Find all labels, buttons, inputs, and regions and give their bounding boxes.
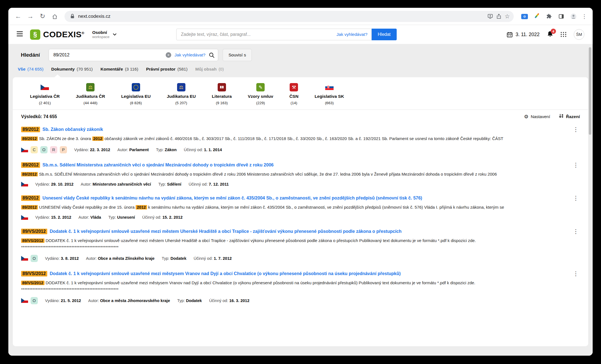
czech-flag-icon: [21, 182, 28, 186]
result-title-link[interactable]: Usnesení vlády České republiky k senátní…: [43, 196, 422, 201]
author-field: Autor: Parlament: [117, 148, 149, 152]
app-header: § CODEXIS® Osobní workspace Jak vyhledáv…: [8, 25, 593, 44]
back-icon[interactable]: ←: [14, 13, 22, 20]
kebab-menu-icon[interactable]: ⋮: [572, 126, 580, 133]
sort-button[interactable]: Řazení: [558, 113, 580, 120]
published-field: Vydáno: 3. 8. 2012: [45, 256, 79, 261]
home-icon[interactable]: [51, 13, 59, 20]
czech-flag-icon: [41, 83, 49, 92]
result-title-row: 89/2012 Usnesení vlády České republiky k…: [21, 195, 580, 201]
address-bar[interactable]: next.codexis.cz ☆: [64, 11, 514, 22]
category-csn[interactable]: ⚒ ČSN (14): [289, 83, 299, 105]
workspace-selector[interactable]: Osobní workspace: [92, 30, 116, 39]
hamburger-menu-icon[interactable]: [17, 31, 23, 38]
vertical-scrollbar[interactable]: [589, 47, 591, 135]
result-title-link[interactable]: Sb.m.s. Sdělení Ministerstva zahraničníc…: [43, 163, 274, 168]
browser-menu-icon[interactable]: ⋮: [582, 13, 587, 20]
snippet-text: Sb.m.s. SDĚLENÍ Ministerstva zahraničníc…: [38, 172, 497, 176]
current-date: 3. 11. 2022: [516, 32, 540, 38]
header-search-box[interactable]: Jak vyhledávat?: [176, 29, 372, 40]
bookmark-star-icon[interactable]: ☆: [505, 13, 510, 20]
snippet-text: občanský zákoník ve znění zákonů č. 460/…: [103, 136, 503, 141]
extensions-puzzle-icon[interactable]: [545, 13, 553, 19]
forward-icon[interactable]: →: [26, 13, 34, 20]
category-judikatura-cr[interactable]: ⚖ Judikatura ČR (44 448): [76, 83, 105, 105]
user-avatar[interactable]: ŠM: [574, 29, 584, 40]
result-title-link[interactable]: Dodatek č. 1 k veřejnoprávní smlouvě uza…: [50, 271, 401, 276]
browser-window: ← → ↻ next.codexis.cz ☆ ⊙: [8, 8, 593, 356]
results-list: 89/2012 Sb. Zákon občanský zákoník ⋮ 89/…: [13, 123, 588, 309]
category-literatura[interactable]: Literatura (9 163): [212, 83, 232, 105]
snippet-text: USNESENÍ vlády České republiky ze dne 15…: [38, 205, 136, 210]
snippet-text: DODATEK č. 1 k veřejnoprávní smlouvě uza…: [21, 238, 476, 250]
result-metadata: CORP Vydáno: 22. 3. 2012 Autor: Parlamen…: [21, 146, 580, 153]
codexis-logo[interactable]: § CODEXIS®: [30, 29, 85, 40]
book-icon: [218, 83, 226, 92]
reload-icon[interactable]: ↻: [38, 13, 47, 20]
tab-komentare[interactable]: Komentáře (3 116): [100, 67, 138, 72]
url-text: next.codexis.cz: [78, 14, 110, 19]
result-tabs: Vše (74 655) Dokumenty (70 951) Komentář…: [8, 61, 593, 72]
search-icon[interactable]: [209, 52, 215, 58]
status-badge: O: [31, 255, 38, 262]
result-title-link[interactable]: Dodatek č. 1 k veřejnoprávní smlouvě uza…: [50, 229, 402, 234]
pen-extension-icon[interactable]: [533, 13, 541, 20]
status-badge: R: [50, 146, 57, 153]
side-panel-icon[interactable]: [557, 13, 565, 19]
settings-button[interactable]: ⚙ Nastavení: [524, 114, 550, 120]
tag-extension-icon[interactable]: ⊙: [520, 14, 529, 19]
search-submit-button[interactable]: Hledat: [372, 29, 397, 40]
kebab-menu-icon[interactable]: ⋮: [572, 270, 580, 277]
effective-field: Účinný od: 1. 1. 2014: [184, 148, 222, 152]
category-vzory-smluv[interactable]: ✎ Vzory smluv (229): [248, 83, 273, 105]
query-box[interactable]: ✕ Jak vyhledávat?: [49, 49, 218, 61]
header-right: 3. 11. 2022 4 ŠM: [506, 29, 584, 40]
workspace-title: Osobní: [92, 30, 110, 35]
clear-query-icon[interactable]: ✕: [166, 52, 171, 58]
search-term-highlight: 2012: [136, 205, 147, 210]
published-field: Vydáno: 15. 2. 2012: [35, 215, 71, 220]
notification-badge: 4: [551, 29, 556, 34]
install-app-icon[interactable]: [487, 13, 493, 19]
contract-pen-icon: ✎: [256, 83, 265, 92]
result-item: 89/VS/2012 Dodatek č. 1 k veřejnoprávní …: [13, 225, 588, 267]
query-input[interactable]: [53, 53, 162, 58]
result-metadata: Vydáno: 29. 10. 2012 Autor: Ministerstvo…: [21, 182, 580, 186]
related-with-button[interactable]: Souvisí s: [223, 49, 252, 61]
tab-muj-obsah[interactable]: Můj obsah (0): [195, 67, 224, 72]
result-title-link[interactable]: Sb. Zákon občanský zákoník: [43, 127, 103, 132]
header-search-input[interactable]: [181, 32, 333, 37]
result-metadata: O Vydáno: 21. 5. 2012 Autor: Obce a měst…: [21, 297, 580, 304]
browser-profile-avatar[interactable]: [569, 13, 578, 19]
category-legislativa-eu[interactable]: Legislativa EU (8 826): [121, 83, 151, 105]
kebab-menu-icon[interactable]: ⋮: [572, 162, 580, 168]
share-icon[interactable]: [496, 13, 502, 19]
effective-field: Účinný od: 1. 7. 2012: [193, 256, 232, 261]
search-panel: Hledání ✕ Jak vyhledávat? Souvisí s: [8, 44, 593, 61]
results-count-label: Výsledků:: [21, 114, 42, 119]
category-legislativa-cr[interactable]: Legislativa ČR (2 401): [30, 83, 60, 105]
how-to-search-link[interactable]: Jak vyhledávat?: [175, 53, 205, 58]
czech-flag-icon: [21, 148, 28, 152]
category-judikatura-eu[interactable]: ⚖ Judikatura EU (5 207): [167, 83, 196, 105]
category-legislativa-sk[interactable]: Legislativa SK (663): [315, 83, 344, 105]
tab-dokumenty[interactable]: Dokumenty (70 951): [51, 67, 93, 72]
author-field: Autor: Obce a města Zlínského kraje: [86, 256, 155, 261]
result-title-row: 89/2012 Sb. Zákon občanský zákoník ⋮: [21, 126, 580, 133]
date-display[interactable]: 3. 11. 2022: [506, 31, 540, 38]
author-field: Autor: Obce a města Jihomoravského kraje: [88, 298, 170, 303]
tab-vse[interactable]: Vše (74 655): [18, 67, 43, 72]
result-title-row: 89/VS/2012 Dodatek č. 1 k veřejnoprávní …: [21, 270, 580, 277]
apps-grid-icon[interactable]: [561, 32, 567, 37]
status-badge: O: [31, 297, 38, 304]
search-term-highlight: 89/VS/2012: [21, 271, 47, 276]
tab-pravni-prostor[interactable]: Právní prostor (581): [146, 67, 187, 72]
kebab-menu-icon[interactable]: ⋮: [572, 228, 580, 235]
kebab-menu-icon[interactable]: ⋮: [572, 195, 580, 201]
snippet-text: DODATEK č. 1 k veřejnoprávní smlouvě uza…: [21, 280, 475, 292]
browser-toolbar: ← → ↻ next.codexis.cz ☆ ⊙: [8, 8, 593, 25]
result-item: 89/2012 Sb. Zákon občanský zákoník ⋮ 89/…: [13, 123, 588, 158]
search-term-highlight: 2012: [92, 136, 103, 141]
how-to-search-link[interactable]: Jak vyhledávat?: [337, 32, 367, 37]
notifications-button[interactable]: 4: [547, 31, 553, 38]
